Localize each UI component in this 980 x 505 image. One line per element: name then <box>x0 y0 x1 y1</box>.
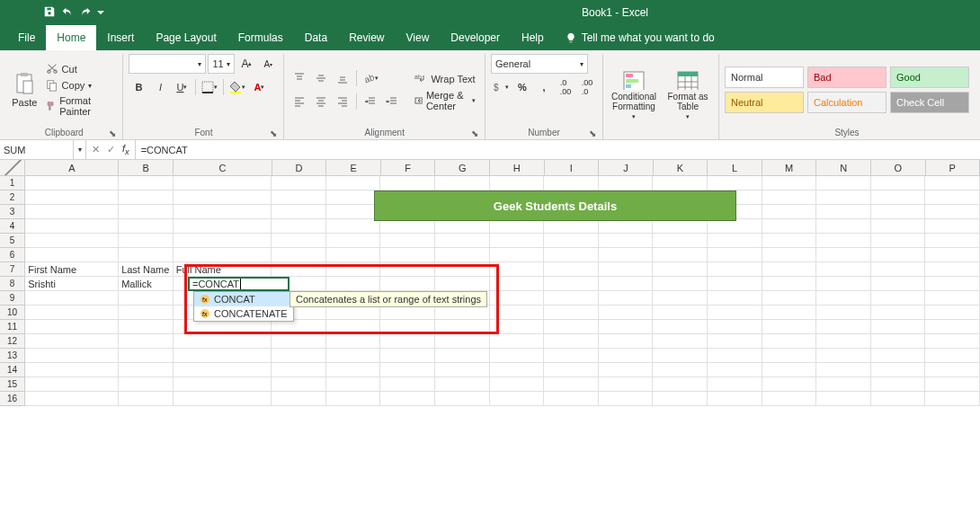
borders-button[interactable]: ▾ <box>200 77 219 97</box>
cell[interactable] <box>653 334 708 349</box>
underline-button[interactable]: U▾ <box>172 77 192 97</box>
cell[interactable] <box>380 392 435 406</box>
cell[interactable] <box>708 334 762 349</box>
cell[interactable] <box>326 234 381 248</box>
cell[interactable] <box>25 190 119 205</box>
cell[interactable] <box>326 248 381 262</box>
cell[interactable] <box>490 277 545 291</box>
cell[interactable] <box>708 392 762 406</box>
conditional-formatting-button[interactable]: Conditional Formatting▾ <box>609 70 659 120</box>
row-header[interactable]: 10 <box>0 306 25 320</box>
cell[interactable] <box>708 176 762 190</box>
cell[interactable] <box>925 363 980 377</box>
row-header[interactable]: 12 <box>0 334 25 349</box>
cell[interactable] <box>544 320 599 334</box>
cell[interactable] <box>272 190 326 205</box>
cell[interactable] <box>544 377 599 392</box>
cell[interactable] <box>762 349 817 363</box>
cell[interactable] <box>435 320 490 334</box>
row-header[interactable]: 8 <box>0 277 25 291</box>
row-header[interactable]: 14 <box>0 363 25 377</box>
cell[interactable] <box>925 277 980 291</box>
cell[interactable] <box>816 363 871 377</box>
cell[interactable] <box>25 363 119 377</box>
cut-button[interactable]: Cut <box>42 62 118 76</box>
cell[interactable] <box>871 248 926 262</box>
qat-dropdown-icon[interactable] <box>97 7 104 18</box>
cell[interactable]: Mallick <box>119 277 174 291</box>
cell[interactable] <box>871 349 926 363</box>
cell[interactable] <box>816 349 871 363</box>
cell[interactable] <box>653 306 708 320</box>
decrease-decimal-button[interactable]: .00.0 <box>577 77 597 97</box>
cell[interactable] <box>25 306 119 320</box>
cell[interactable] <box>653 234 708 248</box>
cell[interactable] <box>380 234 435 248</box>
cell[interactable] <box>490 234 545 248</box>
cell[interactable] <box>326 205 381 219</box>
cell[interactable] <box>490 392 545 406</box>
cell[interactable] <box>174 363 272 377</box>
cell[interactable] <box>599 363 654 377</box>
tab-page-layout[interactable]: Page Layout <box>145 25 227 50</box>
cell[interactable] <box>816 262 871 277</box>
column-header[interactable]: K <box>654 160 708 176</box>
cell[interactable] <box>599 320 654 334</box>
cell[interactable] <box>435 219 490 234</box>
cell[interactable] <box>708 262 762 277</box>
tab-formulas[interactable]: Formulas <box>227 25 294 50</box>
cell[interactable] <box>272 320 326 334</box>
cell[interactable] <box>25 320 119 334</box>
format-as-table-button[interactable]: Format as Table▾ <box>663 70 713 120</box>
cell[interactable] <box>599 219 654 234</box>
cell[interactable] <box>925 392 980 406</box>
cell[interactable] <box>272 205 326 219</box>
autocomplete-option[interactable]: fxCONCATENATE <box>194 306 293 321</box>
tab-data[interactable]: Data <box>294 25 338 50</box>
cell[interactable] <box>119 306 174 320</box>
tab-file[interactable]: File <box>7 25 46 50</box>
row-header[interactable]: 1 <box>0 176 25 190</box>
cell[interactable] <box>762 176 817 190</box>
cell[interactable] <box>708 277 762 291</box>
align-right-button[interactable] <box>333 92 352 111</box>
save-icon[interactable] <box>43 5 56 20</box>
cell[interactable] <box>871 219 926 234</box>
cell[interactable] <box>380 320 435 334</box>
cell-style-check[interactable]: Check Cell <box>890 92 969 113</box>
font-size-input[interactable]: 11 ▾ <box>208 54 235 74</box>
cell[interactable] <box>816 234 871 248</box>
cell[interactable] <box>119 205 174 219</box>
row-header[interactable]: 3 <box>0 205 25 219</box>
cell[interactable] <box>119 377 174 392</box>
cell[interactable] <box>326 334 381 349</box>
cell[interactable] <box>599 248 654 262</box>
cell[interactable] <box>272 176 326 190</box>
row-header[interactable]: 4 <box>0 219 25 234</box>
cell[interactable] <box>380 262 435 277</box>
cell[interactable] <box>119 320 174 334</box>
cell[interactable] <box>119 190 174 205</box>
row-header[interactable]: 9 <box>0 291 25 306</box>
row-header[interactable]: 7 <box>0 262 25 277</box>
cell[interactable] <box>816 277 871 291</box>
cell[interactable] <box>925 377 980 392</box>
column-header[interactable]: J <box>599 160 654 176</box>
name-box-dropdown[interactable]: ▾ <box>74 140 86 159</box>
align-center-button[interactable] <box>311 92 331 111</box>
column-header[interactable]: O <box>871 160 926 176</box>
column-header[interactable]: B <box>119 160 174 176</box>
undo-icon[interactable] <box>61 5 74 20</box>
tab-view[interactable]: View <box>396 25 441 50</box>
cell[interactable] <box>544 176 599 190</box>
cell[interactable] <box>25 334 119 349</box>
autocomplete-option[interactable]: fxCONCAT <box>194 292 293 306</box>
cell[interactable] <box>653 176 708 190</box>
cell[interactable] <box>762 262 817 277</box>
cell[interactable] <box>653 349 708 363</box>
italic-button[interactable]: I <box>150 77 170 97</box>
cell[interactable] <box>762 334 817 349</box>
cell[interactable] <box>925 248 980 262</box>
cell[interactable] <box>762 277 817 291</box>
cell[interactable] <box>653 392 708 406</box>
